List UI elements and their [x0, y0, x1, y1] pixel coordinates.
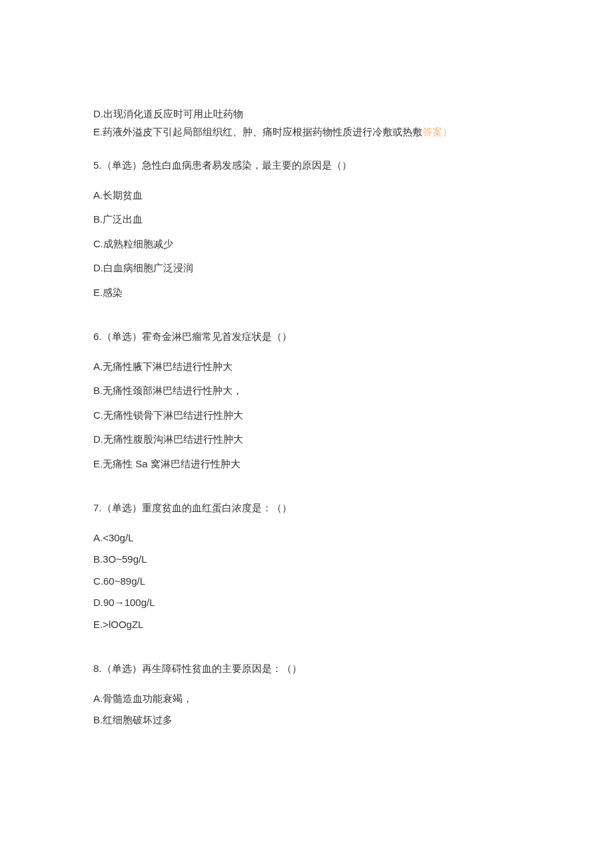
q7-option-a: A.<30g/L [93, 531, 520, 546]
q4-option-e: E.药液外溢皮下引起局部组织红、肿、痛时应根据药物性质进行冷敷或热敷答案） [93, 125, 520, 140]
q6-option-c: C.无痛性锁骨下淋巴结进行性肿大 [93, 408, 520, 423]
q6-option-a: A.无痛性腋下淋巴结进行性肿大 [93, 359, 520, 375]
q5-stem: 5.（单选）急性白血病患者易发感染，最主要的原因是（） [93, 158, 520, 173]
q7-option-c: C.60~89g/L [93, 574, 520, 589]
answer-tag: 答案） [422, 126, 452, 137]
q8-option-b: B.红细胞破坏过多 [93, 713, 520, 728]
q5-option-c: C.成熟粒细胞减少 [93, 237, 520, 252]
q7-option-e: E.>lOOgZL [93, 617, 520, 633]
q6-option-d: D.无痛性腹股沟淋巴结进行性肿大 [93, 432, 520, 447]
q4-option-d: D.出现消化道反应时可用止吐药物 [93, 107, 520, 122]
q7-option-b: B.3O~59g/L [93, 552, 520, 567]
q8-stem: 8.（单选）再生障碍性贫血的主要原因是：（） [93, 661, 520, 677]
q7-option-d: D.90→100g/L [93, 595, 520, 611]
q5-option-e: E.感染 [93, 285, 520, 301]
q5-option-d: D.白血病细胞广泛浸润 [93, 261, 520, 276]
q7-stem: 7.（单选）重度贫血的血红蛋白浓度是：（） [93, 501, 520, 516]
q6-stem: 6.（单选）霍奇金淋巴瘤常见首发症状是（） [93, 329, 520, 345]
q6-option-e: E.无痛性 Sa 窝淋巴结进行性肿大 [93, 457, 520, 472]
q5-option-b: B.广泛出血 [93, 212, 520, 227]
q4-option-e-text: E.药液外溢皮下引起局部组织红、肿、痛时应根据药物性质进行冷敷或热敷 [93, 126, 422, 137]
q5-option-a: A.长期贫血 [93, 188, 520, 203]
q6-option-b: B.无痛性颈部淋巴结进行性肿大， [93, 383, 520, 399]
q8-option-a: A.骨髓造血功能衰竭， [93, 691, 520, 707]
